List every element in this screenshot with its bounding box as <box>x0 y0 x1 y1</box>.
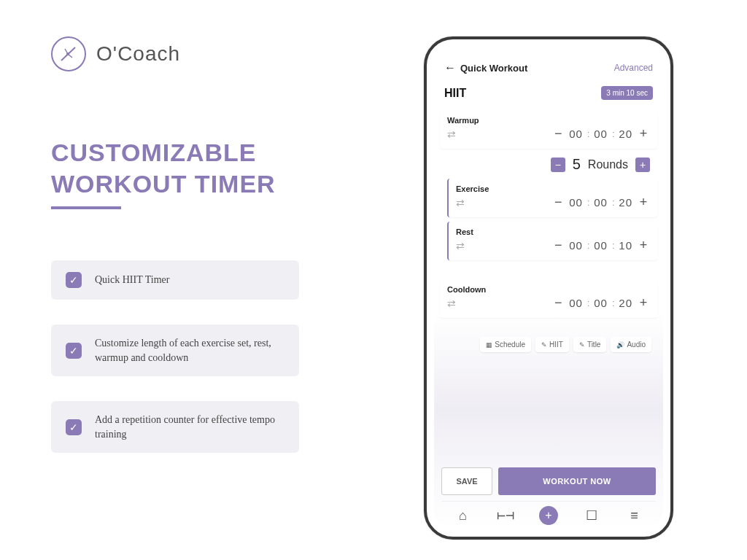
home-icon: ⌂ <box>459 508 467 524</box>
bottom-nav: ⌂ ⊢⊣ + ☐ ≡ <box>441 501 656 525</box>
feature-text: Add a repetition counter for effective t… <box>95 413 285 441</box>
headline: CUSTOMIZABLE WORKOUT TIMER <box>51 137 379 199</box>
brand-name: O'Coach <box>96 42 180 66</box>
segment-warmup: Warmup ⇄ − 00 : 00 : 20 + <box>440 110 657 149</box>
audio-icon: 🔊 <box>616 341 624 349</box>
calendar-icon: ▦ <box>486 341 492 349</box>
check-icon: ✓ <box>66 419 82 435</box>
brand-logo: O'Coach <box>51 36 379 71</box>
nav-workouts[interactable]: ⊢⊣ <box>496 506 515 525</box>
repeat-icon[interactable]: ⇄ <box>447 298 456 309</box>
rounds-label: Rounds <box>588 158 628 171</box>
headline-underline <box>51 206 121 209</box>
time-hh[interactable]: 00 <box>569 128 583 140</box>
segment-label: Cooldown <box>447 285 650 294</box>
back-button[interactable]: ← Quick Workout <box>444 61 527 74</box>
segment-label: Warmup <box>447 116 650 125</box>
menu-icon: ≡ <box>630 508 638 524</box>
segment-rest: Rest ⇄ − 00 : 00 : 10 + <box>447 222 657 260</box>
time-ss[interactable]: 10 <box>619 239 632 252</box>
feature-item: ✓ Customize length of each exercise set,… <box>51 324 299 376</box>
chip-hiit[interactable]: ✎HIIT <box>535 337 569 352</box>
decrement-button[interactable]: − <box>551 295 565 311</box>
decrement-button[interactable]: − <box>551 126 565 141</box>
time-mm[interactable]: 00 <box>594 128 608 140</box>
rounds-increment[interactable]: + <box>635 158 650 172</box>
time-ss[interactable]: 20 <box>619 196 632 209</box>
repeat-icon[interactable]: ⇄ <box>456 240 465 252</box>
time-mm[interactable]: 00 <box>594 239 608 252</box>
time-mm[interactable]: 00 <box>594 196 608 209</box>
calendar-icon: ☐ <box>586 508 597 524</box>
app-screen: ← Quick Workout Advanced HIIT 3 min 10 s… <box>434 47 663 529</box>
svg-line-2 <box>65 49 68 54</box>
rounds-control: − 5 Rounds + <box>440 153 657 179</box>
check-icon: ✓ <box>66 343 82 359</box>
plus-icon: + <box>545 509 551 522</box>
time-hh[interactable]: 00 <box>569 239 583 252</box>
chip-schedule[interactable]: ▦Schedule <box>480 337 531 352</box>
segment-label: Rest <box>456 228 650 236</box>
feature-item: ✓ Quick HIIT Timer <box>51 260 299 300</box>
segment-exercise: Exercise ⇄ − 00 : 00 : 20 + <box>447 179 657 217</box>
headline-line2: WORKOUT TIMER <box>51 168 379 200</box>
feature-text: Quick HIIT Timer <box>95 273 169 287</box>
rounds-count: 5 <box>573 156 581 173</box>
svg-line-3 <box>68 54 72 58</box>
increment-button[interactable]: + <box>637 195 650 210</box>
nav-home[interactable]: ⌂ <box>453 506 472 525</box>
pencil-icon: ✎ <box>541 341 547 349</box>
nav-add[interactable]: + <box>539 506 558 525</box>
time-ss[interactable]: 20 <box>619 297 632 309</box>
headline-line1: CUSTOMIZABLE <box>51 137 379 168</box>
advanced-link[interactable]: Advanced <box>614 63 653 73</box>
pencil-icon: ✎ <box>579 341 585 349</box>
increment-button[interactable]: + <box>637 238 650 253</box>
screen-title: Quick Workout <box>460 63 527 74</box>
time-ss[interactable]: 20 <box>619 128 632 140</box>
increment-button[interactable]: + <box>637 295 650 311</box>
repeat-icon[interactable]: ⇄ <box>456 197 465 209</box>
nav-menu[interactable]: ≡ <box>625 506 644 525</box>
workout-now-button[interactable]: WORKOUT NOW <box>498 467 656 495</box>
dumbbell-icon: ⊢⊣ <box>497 510 514 521</box>
chip-title[interactable]: ✎Title <box>573 337 607 352</box>
logo-icon <box>51 36 86 71</box>
time-hh[interactable]: 00 <box>569 196 583 209</box>
workout-title: HIIT <box>444 87 466 100</box>
nav-calendar[interactable]: ☐ <box>582 506 601 525</box>
save-button[interactable]: SAVE <box>441 467 492 495</box>
decrement-button[interactable]: − <box>551 238 565 253</box>
segment-label: Exercise <box>456 184 650 193</box>
feature-text: Customize length of each exercise set, r… <box>95 336 285 365</box>
rounds-decrement[interactable]: − <box>551 158 565 172</box>
duration-badge: 3 min 10 sec <box>601 86 653 100</box>
segment-cooldown: Cooldown ⇄ − 00 : 00 : 20 + <box>440 279 657 318</box>
back-arrow-icon: ← <box>444 61 456 74</box>
time-hh[interactable]: 00 <box>569 297 583 309</box>
repeat-icon[interactable]: ⇄ <box>447 128 456 140</box>
phone-mockup: ← Quick Workout Advanced HIIT 3 min 10 s… <box>424 36 673 540</box>
check-icon: ✓ <box>66 272 82 288</box>
chip-audio[interactable]: 🔊Audio <box>611 337 651 352</box>
time-mm[interactable]: 00 <box>594 297 608 309</box>
increment-button[interactable]: + <box>637 126 650 141</box>
feature-item: ✓ Add a repetition counter for effective… <box>51 401 299 453</box>
decrement-button[interactable]: − <box>551 195 565 210</box>
